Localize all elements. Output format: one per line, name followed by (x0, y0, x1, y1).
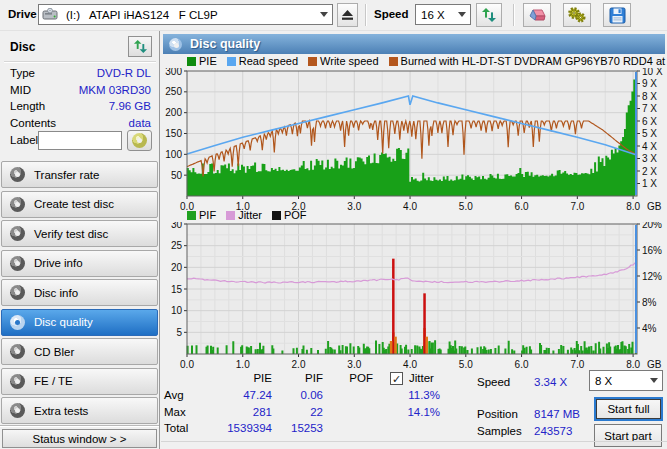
svg-text:1 X: 1 X (642, 178, 657, 189)
legend-swatch (308, 57, 317, 66)
legend-swatch (272, 211, 281, 220)
read-speed-select[interactable]: 16 X (415, 4, 471, 25)
run-speed-label: Speed (477, 376, 510, 388)
sidebar-item-fe-te[interactable]: FE / TE (1, 368, 158, 395)
chart1-legend: PIE Read speed Write speed Burned with H… (187, 55, 667, 67)
sidebar-item-disc-quality[interactable]: Disc quality (1, 309, 158, 336)
avg-pif: 0.06 (261, 389, 323, 401)
svg-text:5.0: 5.0 (459, 201, 473, 210)
sidebar-item-extra-tests[interactable]: Extra tests (1, 397, 158, 424)
chevron-down-icon (454, 5, 470, 24)
refresh-speeds-icon (481, 7, 497, 23)
settings-button[interactable] (563, 3, 591, 27)
erase-disc-button[interactable] (523, 3, 551, 27)
refresh-disc-button[interactable] (128, 36, 152, 57)
row-label-avg: Avg (164, 389, 184, 401)
disc-label-browse-button[interactable] (127, 130, 152, 151)
scan-speed-select[interactable]: 8 X (589, 370, 663, 391)
row-label-total: Total (164, 422, 188, 434)
sidebar-item-label: Drive info (34, 257, 83, 269)
start-part-button[interactable]: Start part (594, 424, 662, 447)
start-full-label: Start full (607, 403, 649, 415)
refresh-disc-icon (133, 39, 148, 54)
legend-swatch (187, 57, 196, 66)
read-speed-value: 16 X (416, 9, 454, 21)
disc-icon (10, 344, 25, 359)
disc-label-input[interactable] (38, 131, 122, 150)
drive-icon (39, 8, 61, 22)
svg-text:4%: 4% (642, 323, 657, 334)
svg-text:GB: GB (647, 359, 662, 368)
svg-text:300: 300 (165, 68, 182, 77)
chart2-legend: PIF Jitter POF (187, 209, 307, 221)
chevron-down-icon (646, 371, 662, 390)
svg-text:5: 5 (176, 327, 182, 338)
run-position-label: Position (477, 408, 518, 420)
run-position-value: 8147 MB (534, 408, 580, 420)
svg-text:3 X: 3 X (642, 153, 657, 164)
avg-jitter: 11.3% (378, 389, 440, 401)
pie-speed-chart: 5010015020025030010 X9 X8 X7 X6 X5 X4 X3… (163, 68, 667, 210)
divider (161, 441, 667, 442)
eraser-icon (528, 8, 546, 22)
run-speed-value: 3.34 X (534, 376, 567, 388)
svg-text:5.0: 5.0 (459, 359, 473, 368)
sidebar-item-label: Transfer rate (34, 169, 99, 181)
divider (4, 61, 156, 63)
refresh-speeds-button[interactable] (476, 3, 502, 27)
svg-text:50: 50 (171, 170, 183, 181)
legend-swatch (226, 211, 235, 220)
page-title: Disc quality (190, 37, 260, 51)
eject-icon (341, 9, 354, 21)
legend-item-read-speed: Read speed (227, 55, 298, 67)
eject-button[interactable] (337, 3, 358, 27)
page-header: Disc quality (163, 34, 665, 54)
svg-text:8 X: 8 X (642, 91, 657, 102)
svg-text:5 X: 5 X (642, 128, 657, 139)
legend-swatch (187, 211, 196, 220)
save-results-button[interactable] (603, 3, 631, 27)
svg-text:3.0: 3.0 (347, 201, 361, 210)
sidebar-item-label: Disc quality (34, 316, 93, 328)
drive-select[interactable]: (I:) ATAPI iHAS124 F CL9P (38, 4, 333, 25)
col-header-pof: POF (311, 372, 373, 384)
start-part-label: Start part (604, 430, 651, 442)
svg-text:30: 30 (171, 222, 183, 230)
drive-select-value: (I:) ATAPI iHAS124 F CL9P (61, 9, 316, 21)
svg-text:6.0: 6.0 (515, 359, 529, 368)
svg-text:4 X: 4 X (642, 141, 657, 152)
legend-swatch (389, 57, 398, 66)
disc-icon (10, 226, 25, 241)
status-window-button[interactable]: Status window > > (2, 429, 157, 448)
disc-quality-icon (169, 38, 182, 51)
svg-text:16%: 16% (642, 245, 662, 256)
sidebar-item-label: Extra tests (34, 405, 88, 417)
sidebar-item-cd-bler[interactable]: CD Bler (1, 338, 158, 365)
svg-text:6.0: 6.0 (515, 201, 529, 210)
sidebar-item-label: Create test disc (34, 198, 114, 210)
start-full-button[interactable]: Start full (594, 397, 663, 421)
disc-icon (10, 167, 25, 182)
jitter-checkbox-label: Jitter (409, 372, 434, 384)
svg-text:10: 10 (171, 305, 183, 316)
disc-contents-value: data (129, 117, 151, 129)
legend-swatch (227, 57, 236, 66)
sidebar-item-create-test-disc[interactable]: Create test disc (1, 191, 158, 218)
sidebar-item-verify-test-disc[interactable]: Verify test disc (1, 220, 158, 247)
sidebar-item-label: CD Bler (34, 346, 74, 358)
max-pif: 22 (261, 406, 323, 418)
disc-mid-label: MID (10, 84, 31, 96)
disc-icon (10, 403, 25, 418)
sidebar-item-drive-info[interactable]: Drive info (1, 250, 158, 277)
sidebar-item-disc-info[interactable]: Disc info (1, 279, 158, 306)
svg-text:100: 100 (165, 149, 182, 160)
disc-label-label: Label (10, 134, 38, 146)
status-window-label: Status window > > (33, 433, 127, 445)
disc-icon (10, 285, 25, 300)
svg-text:7.0: 7.0 (570, 201, 584, 210)
divider (0, 425, 159, 427)
disc-length-label: Length (10, 100, 45, 112)
legend-item-pif: PIF (187, 209, 216, 221)
sidebar-item-transfer-rate[interactable]: Transfer rate (1, 161, 158, 188)
jitter-checkbox[interactable]: ✓ (390, 372, 403, 385)
